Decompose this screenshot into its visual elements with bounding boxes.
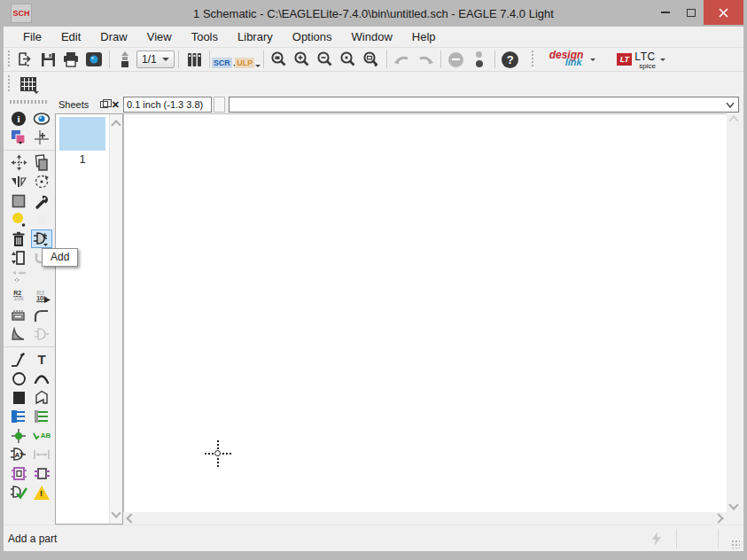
errors-tool[interactable]: ! (31, 484, 52, 502)
save-button[interactable] (36, 49, 59, 70)
parameter-toolbar: 0.1 inch (-1.3 3.8) (123, 96, 743, 113)
scroll-down-icon[interactable] (111, 508, 121, 517)
run-ulp-button[interactable]: ULP (237, 49, 260, 70)
arc-tool[interactable] (31, 369, 52, 388)
sheet-thumbnail[interactable] (59, 117, 105, 151)
value-tool[interactable]: R2 10k (31, 287, 52, 306)
wire-tool[interactable] (8, 350, 29, 369)
menu-options[interactable]: Options (284, 27, 341, 46)
text-tool[interactable]: T (31, 350, 52, 369)
group-tool[interactable] (8, 191, 29, 210)
menu-help[interactable]: Help (403, 27, 445, 46)
divider (4, 150, 55, 151)
run-script-button[interactable]: SCR (214, 49, 237, 70)
toolbar-drag-handle[interactable] (10, 100, 49, 104)
rotate-icon (34, 174, 50, 190)
toolbar-drag-handle[interactable] (531, 51, 535, 68)
port-tool[interactable] (31, 464, 52, 483)
cut-tool[interactable] (8, 211, 29, 229)
menu-view[interactable]: View (138, 27, 181, 46)
menu-edit[interactable]: Edit (52, 27, 89, 46)
split-tool[interactable] (8, 325, 29, 344)
circle-tool[interactable] (8, 369, 29, 388)
display-tool[interactable] (8, 128, 29, 147)
menu-draw[interactable]: Draw (91, 27, 136, 46)
mark-tool[interactable] (31, 128, 52, 147)
move-tool[interactable] (8, 153, 29, 172)
scroll-up-icon[interactable] (111, 120, 121, 129)
undo-button[interactable] (391, 49, 414, 70)
scroll-right-icon[interactable] (713, 513, 723, 523)
net-tool[interactable] (31, 408, 52, 426)
show-tool[interactable] (31, 109, 52, 128)
print-icon (62, 51, 80, 68)
cam-processor-icon (85, 51, 103, 67)
info-tool[interactable]: i (8, 109, 29, 128)
sheet-selector[interactable]: 1/1 (136, 51, 175, 68)
maximize-button[interactable] (678, 0, 704, 25)
rect-tool[interactable] (8, 388, 29, 407)
toolbar-drag-handle[interactable] (6, 75, 11, 93)
zoom-out-button[interactable] (314, 49, 337, 70)
zoom-redraw-button[interactable] (337, 49, 360, 70)
smash-tool[interactable] (8, 306, 29, 324)
attribute-tool[interactable]: AT (8, 446, 29, 464)
junction-tool[interactable] (8, 426, 29, 445)
command-toolbar: i (4, 96, 55, 525)
resize-grip[interactable] (731, 540, 740, 548)
ltcspice-logo: LT LTCspice (617, 49, 656, 70)
designlink-button[interactable]: design link (543, 49, 602, 70)
add-tool[interactable] (31, 229, 52, 248)
label-tool[interactable]: AB (31, 426, 52, 445)
sheets-panel-header[interactable]: Sheets ✕ (55, 96, 123, 113)
vertical-scrollbar[interactable] (727, 113, 741, 512)
erc-tool[interactable] (8, 484, 29, 502)
sheets-scrollbar[interactable] (109, 114, 122, 524)
scroll-up-icon[interactable] (728, 115, 738, 125)
minimize-button[interactable] (652, 0, 678, 25)
close-panel-icon[interactable]: ✕ (112, 99, 120, 111)
sheets-list: 1 (55, 113, 123, 525)
menu-library[interactable]: Library (229, 27, 282, 46)
module-tool[interactable] (8, 464, 29, 483)
miter-tool[interactable] (31, 306, 52, 324)
scroll-left-icon[interactable] (126, 513, 136, 523)
copy-tool[interactable] (31, 153, 52, 172)
redo-button[interactable] (414, 49, 437, 70)
zoom-in-button[interactable] (291, 49, 314, 70)
scroll-down-icon[interactable] (728, 500, 738, 509)
ltcspice-button[interactable]: LT LTCspice (609, 49, 674, 70)
delete-tool[interactable] (8, 229, 29, 248)
zoom-fit-button[interactable] (268, 49, 291, 70)
cam-processor-button[interactable] (82, 49, 105, 70)
menu-tools[interactable]: Tools (183, 27, 227, 46)
menu-window[interactable]: Window (343, 27, 401, 46)
wrench-icon (34, 193, 50, 209)
rect-icon (13, 392, 25, 404)
close-button[interactable] (704, 0, 743, 25)
copy-icon (34, 154, 50, 171)
command-combobox[interactable] (229, 97, 739, 113)
command-input[interactable] (230, 98, 738, 111)
toolbar-drag-handle[interactable] (6, 51, 11, 68)
zoom-redraw-icon (339, 51, 357, 68)
change-tool[interactable] (31, 191, 52, 210)
sheets-panel: Sheets ✕ 1 (55, 96, 123, 525)
print-button[interactable] (59, 49, 82, 70)
horizontal-scrollbar[interactable] (123, 512, 727, 525)
menu-file[interactable]: File (14, 27, 51, 46)
rotate-tool[interactable] (31, 173, 52, 191)
bus-tool[interactable] (8, 408, 29, 426)
polygon-tool[interactable] (31, 388, 52, 407)
pinswap-tool[interactable] (8, 249, 29, 268)
float-panel-icon[interactable] (100, 101, 108, 108)
library-button[interactable] (183, 49, 206, 70)
grid-button[interactable] (17, 74, 40, 95)
erc-icon (10, 485, 27, 501)
mirror-tool[interactable] (8, 173, 29, 191)
open-button[interactable] (13, 49, 36, 70)
help-button[interactable]: ? (499, 49, 522, 70)
switch-to-board-button[interactable] (113, 49, 136, 70)
name-tool[interactable]: R2 10k (8, 287, 29, 306)
zoom-select-button[interactable] (360, 49, 383, 70)
